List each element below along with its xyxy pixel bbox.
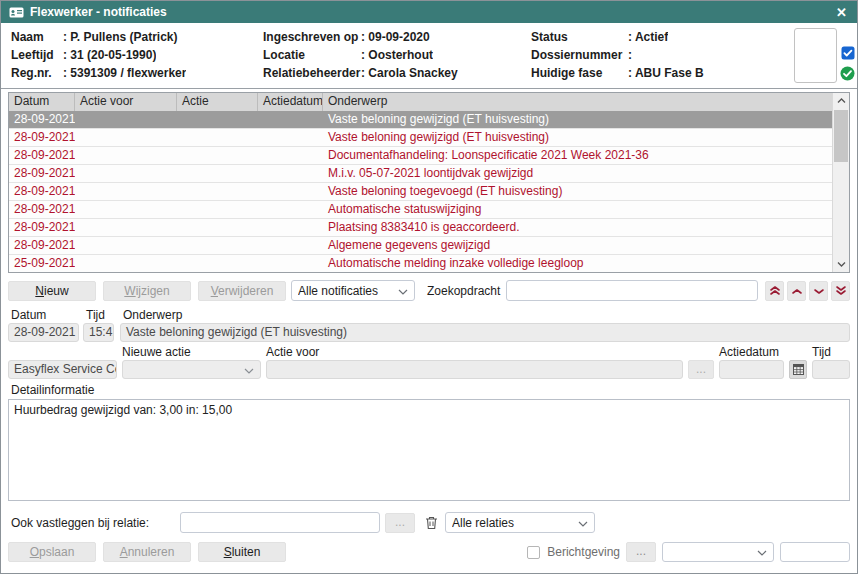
cell-actiedatum bbox=[258, 201, 323, 218]
move-down-icon[interactable] bbox=[809, 281, 828, 301]
relatie-input[interactable] bbox=[180, 512, 380, 533]
actiedatum-field bbox=[719, 360, 784, 379]
cell-onderwerp: Documentafhandeling: Loonspecificatie 20… bbox=[323, 147, 832, 164]
info-relatiebeheerder: Relatiebeheerder: Carola Snackey bbox=[263, 64, 531, 82]
cell-actie bbox=[177, 183, 258, 200]
jump-first-icon[interactable] bbox=[765, 281, 784, 301]
wijzigen-button[interactable]: Wijzigen bbox=[103, 281, 191, 301]
table-row[interactable]: 28-09-2021Automatische statuswijziging bbox=[9, 201, 832, 219]
verwijderen-button[interactable]: Verwijderen bbox=[198, 281, 286, 301]
info-naam: Naam: P. Pullens (Patrick) bbox=[11, 28, 263, 46]
cell-actie-voor bbox=[75, 201, 177, 218]
cell-actie bbox=[177, 255, 258, 272]
table-row[interactable]: 28-09-2021M.i.v. 05-07-2021 loontijdvak … bbox=[9, 165, 832, 183]
cell-actiedatum bbox=[258, 255, 323, 272]
cell-actie bbox=[177, 111, 258, 128]
berichtgeving-label: Berichtgeving bbox=[547, 545, 620, 559]
datum-field: 28-09-2021 bbox=[8, 323, 79, 342]
cell-onderwerp: M.i.v. 05-07-2021 loontijdvak gewijzigd bbox=[323, 165, 832, 182]
notificaties-filter-select[interactable]: Alle notificaties bbox=[291, 280, 415, 301]
calendar-icon[interactable] bbox=[789, 360, 807, 379]
scrollbar-track[interactable] bbox=[833, 109, 849, 256]
cell-actiedatum bbox=[258, 237, 323, 254]
detailinformatie-textarea[interactable]: Huurbedrag gewijzigd van: 3,00 in: 15,00 bbox=[8, 399, 850, 501]
column-header-onderwerp[interactable]: Onderwerp bbox=[323, 93, 832, 111]
cell-actie-voor bbox=[75, 165, 177, 182]
table-row[interactable]: 28-09-2021Documentafhandeling: Loonspeci… bbox=[9, 147, 832, 165]
scroll-down-icon[interactable] bbox=[833, 256, 849, 272]
actie-voor-browse-button[interactable]: ... bbox=[688, 360, 714, 379]
id-card-icon bbox=[9, 7, 24, 18]
cell-actie-voor bbox=[75, 237, 177, 254]
cell-actie bbox=[177, 165, 258, 182]
actiedatum-label: Actiedatum bbox=[719, 346, 784, 359]
chevron-down-icon bbox=[757, 545, 767, 559]
cell-datum: 28-09-2021 bbox=[9, 183, 75, 200]
berichtgeving-select[interactable] bbox=[662, 542, 774, 562]
cell-onderwerp: Vaste beloning toegevoegd (ET huisvestin… bbox=[323, 183, 832, 200]
nieuwe-actie-label: Nieuwe actie bbox=[122, 346, 261, 359]
cell-actie-voor bbox=[75, 147, 177, 164]
cell-datum: 28-09-2021 bbox=[9, 147, 75, 164]
nieuwe-actie-select[interactable] bbox=[122, 360, 261, 379]
cell-datum: 28-09-2021 bbox=[9, 111, 75, 128]
window-title: Flexwerker - notificaties bbox=[30, 5, 834, 19]
cell-onderwerp: Plaatsing 8383410 is geaccordeerd. bbox=[323, 219, 832, 236]
tijd-label: Tijd bbox=[86, 309, 123, 322]
cell-actie bbox=[177, 237, 258, 254]
close-icon[interactable]: ✕ bbox=[834, 5, 849, 20]
berichtgeving-browse-button[interactable]: ... bbox=[626, 542, 656, 562]
table-row[interactable]: 25-09-2021Automatische melding inzake vo… bbox=[9, 255, 832, 272]
chevron-down-icon bbox=[578, 516, 588, 530]
scrollbar-thumb[interactable] bbox=[834, 110, 848, 162]
cell-onderwerp: Automatische statuswijziging bbox=[323, 201, 832, 218]
move-up-icon[interactable] bbox=[787, 281, 806, 301]
jump-last-icon[interactable] bbox=[831, 281, 850, 301]
photo-placeholder bbox=[794, 28, 837, 83]
person-info-panel: Naam: P. Pullens (Patrick) Leeftijd: 31 … bbox=[1, 23, 857, 89]
flexwerker-notificaties-window: Flexwerker - notificaties ✕ Naam: P. Pul… bbox=[0, 0, 858, 574]
vastleggen-relatie-label: Ook vastleggen bij relatie: bbox=[11, 516, 180, 530]
opslaan-button[interactable]: Opslaan bbox=[8, 542, 96, 562]
tijd-field: 15:41 bbox=[83, 323, 114, 342]
cell-actie-voor bbox=[75, 255, 177, 272]
sluiten-button[interactable]: Sluiten bbox=[198, 542, 286, 562]
column-header-actiedatum[interactable]: Actiedatum bbox=[258, 93, 323, 111]
relatie-browse-button[interactable]: ... bbox=[385, 513, 415, 533]
cell-datum: 28-09-2021 bbox=[9, 219, 75, 236]
actie-voor-field bbox=[266, 360, 683, 379]
annuleren-button[interactable]: Annuleren bbox=[103, 542, 191, 562]
table-body: 28-09-2021Vaste beloning gewijzigd (ET h… bbox=[9, 111, 832, 272]
berichtgeving-checkbox[interactable] bbox=[527, 546, 540, 559]
table-row[interactable]: 28-09-2021Vaste beloning toegevoegd (ET … bbox=[9, 183, 832, 201]
berichtgeving-field[interactable] bbox=[780, 542, 850, 562]
info-regnr: Reg.nr.: 5391309 / flexwerker bbox=[11, 64, 263, 82]
scroll-up-icon[interactable] bbox=[833, 93, 849, 109]
column-header-actie[interactable]: Actie bbox=[177, 93, 258, 111]
column-header-actie-voor[interactable]: Actie voor bbox=[75, 93, 177, 111]
table-row[interactable]: 28-09-2021Plaatsing 8383410 is geaccorde… bbox=[9, 219, 832, 237]
cell-actie-voor bbox=[75, 183, 177, 200]
tijd2-label: Tijd bbox=[812, 346, 850, 359]
column-header-datum[interactable]: Datum bbox=[9, 93, 75, 111]
notifications-table: Datum Actie voor Actie Actiedatum Onderw… bbox=[8, 92, 850, 273]
cell-onderwerp: Algemene gegevens gewijzigd bbox=[323, 237, 832, 254]
search-input[interactable] bbox=[506, 280, 758, 301]
cell-actiedatum bbox=[258, 129, 323, 146]
table-header[interactable]: Datum Actie voor Actie Actiedatum Onderw… bbox=[9, 93, 832, 111]
table-row[interactable]: 28-09-2021Vaste beloning gewijzigd (ET h… bbox=[9, 111, 832, 129]
table-scrollbar[interactable] bbox=[832, 93, 849, 272]
chevron-down-icon bbox=[244, 363, 254, 377]
blue-check-icon[interactable] bbox=[841, 46, 855, 63]
tijd2-field bbox=[812, 360, 850, 379]
table-row[interactable]: 28-09-2021Algemene gegevens gewijzigd bbox=[9, 237, 832, 255]
nieuw-button[interactable]: Nieuw bbox=[8, 281, 96, 301]
info-locatie: Locatie: Oosterhout bbox=[263, 46, 531, 64]
trash-icon[interactable] bbox=[421, 513, 441, 533]
uitvoerder-field: Easyflex Service Cen bbox=[8, 360, 117, 379]
info-ingeschreven: Ingeschreven op: 09-09-2020 bbox=[263, 28, 531, 46]
table-row[interactable]: 28-09-2021Vaste beloning gewijzigd (ET h… bbox=[9, 129, 832, 147]
green-check-icon[interactable] bbox=[840, 66, 855, 84]
cell-actie-voor bbox=[75, 219, 177, 236]
relaties-filter-select[interactable]: Alle relaties bbox=[445, 512, 595, 533]
